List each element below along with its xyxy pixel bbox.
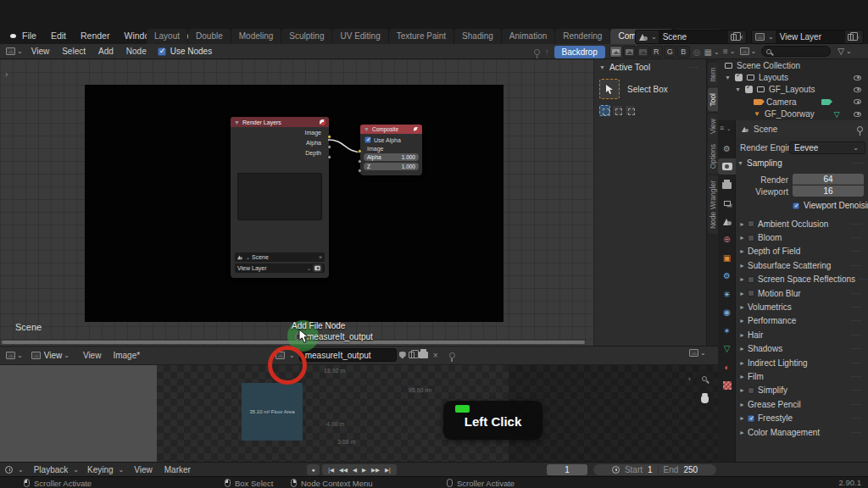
select-mode-extend-icon[interactable]: [612, 105, 623, 116]
display-mode-dropdown[interactable]: View: [44, 351, 63, 360]
disclosure-icon[interactable]: ▼: [735, 86, 741, 92]
close-icon[interactable]: ×: [319, 254, 322, 260]
hide-eye-icon[interactable]: [854, 99, 861, 104]
workspace-tab-uv-editing[interactable]: UV Editing: [332, 29, 387, 44]
z-input-socket[interactable]: [358, 169, 362, 173]
view-layer-selector[interactable]: ⌄ View Layer ×: [751, 30, 864, 44]
collapse-node-icon[interactable]: ▼: [234, 119, 240, 125]
workspace-tab-animation[interactable]: Animation: [502, 29, 554, 44]
alpha-channel-icon[interactable]: [637, 46, 649, 58]
section-indirect-lighting[interactable]: ►Indirect Lighting····: [739, 356, 865, 369]
outliner-row-layouts[interactable]: ▼ Layouts: [718, 71, 868, 83]
select-box-tool-icon[interactable]: [599, 79, 620, 99]
alpha-over-icon[interactable]: ◎: [693, 47, 701, 57]
play-reverse-button[interactable]: ◀: [350, 467, 359, 474]
texture-properties-tab[interactable]: [718, 377, 736, 393]
section-performance[interactable]: ►Performance····: [739, 314, 865, 328]
alpha-input-socket[interactable]: [358, 159, 362, 164]
search-input[interactable]: [761, 46, 831, 57]
composite-node[interactable]: ▼ Composite Use Alpha Image Alpha1.000 Z…: [360, 125, 422, 175]
menu-node[interactable]: Node: [126, 47, 147, 56]
end-frame-field[interactable]: 250: [683, 465, 698, 474]
physics-properties-tab[interactable]: ◉: [718, 304, 736, 320]
tool-properties-tab[interactable]: ⚙: [718, 141, 736, 157]
disclosure-icon[interactable]: ▼: [725, 75, 731, 80]
object-properties-tab[interactable]: ▣: [718, 250, 736, 266]
collapse-panel-icon[interactable]: ▼: [599, 64, 605, 70]
section-film[interactable]: ►Film····: [739, 369, 865, 383]
collapse-sidebar-icon[interactable]: ‹: [688, 374, 691, 383]
collapse-node-icon[interactable]: ▼: [364, 126, 370, 132]
outliner-row-gf-layouts[interactable]: ▼ GF_Layouts: [718, 84, 868, 96]
section-checkbox[interactable]: [748, 387, 754, 394]
editor-type-icon[interactable]: [6, 47, 15, 55]
viewport-denoising-row[interactable]: Viewport Denoising: [793, 201, 868, 210]
editor-type-icon[interactable]: ≡: [720, 124, 724, 132]
blue-channel-button[interactable]: B: [677, 46, 690, 58]
section-grease-pencil[interactable]: ►Grease Pencil····: [739, 397, 865, 411]
constraint-properties-tab[interactable]: ✳: [718, 286, 736, 302]
menu-file[interactable]: File: [22, 30, 36, 41]
close-icon[interactable]: ×: [856, 33, 863, 42]
red-channel-button[interactable]: R: [650, 46, 663, 58]
parent-arrow-icon[interactable]: ↑: [545, 47, 549, 56]
collapse-toolbar-icon[interactable]: ›: [5, 69, 8, 79]
select-mode-subtract-icon[interactable]: [625, 105, 636, 116]
menu-playback[interactable]: Playback: [34, 465, 69, 474]
node-view-layer-selector[interactable]: View Layer ⌄: [235, 263, 325, 273]
section-subsurface-scattering[interactable]: ►Subsurface Scattering····: [739, 258, 865, 272]
modifier-properties-tab[interactable]: ⚙: [718, 268, 736, 284]
hide-eye-icon[interactable]: [854, 112, 861, 117]
view-layer-properties-tab[interactable]: [718, 195, 736, 211]
section-hair[interactable]: ►Hair····: [739, 328, 865, 341]
prev-keyframe-button[interactable]: ◀◀: [337, 467, 350, 474]
workspace-tab-rendering[interactable]: Rendering: [555, 29, 609, 44]
world-properties-tab[interactable]: ⊕: [718, 231, 736, 247]
sampling-section-header[interactable]: ▼ Sampling ····: [737, 158, 866, 168]
pan-button[interactable]: [695, 390, 714, 408]
section-screen-space-reflections[interactable]: ►Screen Space Reflections····: [739, 273, 865, 286]
editor-type-icon[interactable]: [5, 466, 13, 474]
use-alpha-checkbox[interactable]: [364, 136, 371, 143]
render-layer-button[interactable]: [313, 264, 322, 272]
select-mode-new-icon[interactable]: [599, 105, 610, 116]
workspace-tab-texture-paint[interactable]: Texture Paint: [389, 29, 453, 44]
start-frame-field[interactable]: 1: [648, 465, 653, 474]
section-checkbox[interactable]: [748, 235, 754, 241]
color-alpha-channel-icon[interactable]: [609, 46, 622, 58]
color-channel-icon[interactable]: [623, 46, 636, 58]
filter-id-icon[interactable]: [740, 47, 749, 55]
drag-handle[interactable]: ····: [687, 64, 701, 70]
menu-render[interactable]: Render: [81, 30, 109, 41]
scene-name-field[interactable]: Scene: [659, 30, 728, 43]
viewport-denoising-checkbox[interactable]: [793, 202, 799, 209]
drag-handle[interactable]: ····: [853, 160, 866, 166]
material-properties-tab[interactable]: ◐: [718, 359, 736, 375]
use-preview-range-icon[interactable]: [612, 466, 620, 474]
current-frame-field[interactable]: 1: [547, 464, 587, 475]
section-depth-of-field[interactable]: ►Depth of Field····: [739, 245, 865, 258]
jump-to-start-button[interactable]: |◀: [326, 467, 337, 474]
section-ambient-occlusion[interactable]: ►Ambient Occlusion····: [739, 217, 865, 230]
play-button[interactable]: ▶: [359, 467, 369, 474]
section-checkbox[interactable]: [748, 290, 754, 297]
viewport-samples-field[interactable]: 16: [793, 186, 864, 197]
next-keyframe-button[interactable]: ▶▶: [369, 467, 382, 474]
section-freestyle[interactable]: ►Freestyle····: [739, 411, 865, 424]
outliner-row-scene-collection[interactable]: Scene Collection: [718, 59, 868, 71]
compositor-canvas[interactable]: › ▼ Render Layers Image Alpha Depth ⌄ Sc…: [0, 59, 718, 346]
alpha-field[interactable]: Alpha1.000: [364, 153, 419, 161]
collection-checkbox[interactable]: [735, 74, 743, 81]
new-view-layer-icon[interactable]: [848, 34, 854, 41]
render-engine-dropdown[interactable]: Eevee ⌄: [789, 141, 865, 154]
gizmo-icon[interactable]: [689, 349, 698, 357]
image-input-socket[interactable]: [358, 149, 362, 153]
workspace-tab-sculpting[interactable]: Sculpting: [281, 29, 331, 44]
section-bloom[interactable]: ►Bloom····: [739, 230, 865, 244]
render-samples-field[interactable]: 64: [793, 174, 864, 185]
pin-icon[interactable]: [449, 352, 455, 358]
collection-checkbox[interactable]: [745, 86, 753, 93]
menu-add[interactable]: Add: [98, 47, 114, 56]
node-scene-selector[interactable]: ⌄ Scene ×: [235, 252, 325, 262]
section-simplify[interactable]: ►Simplify····: [739, 384, 865, 397]
